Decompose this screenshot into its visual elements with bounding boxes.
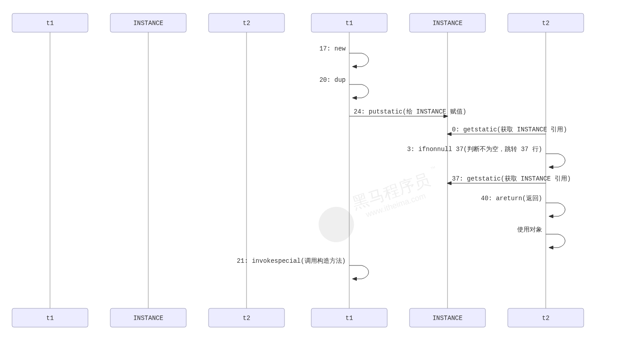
participant-top-label-p4: INSTANCE (432, 20, 462, 27)
message-label-5: 37: getstatic(获取 INSTANCE 引用) (452, 175, 571, 182)
participant-top-p2: t2 (209, 13, 284, 32)
participant-bot-p2: t2 (209, 308, 284, 327)
message-2: 24: putstatic(给 INSTANCE 赋值) (349, 108, 466, 116)
participant-bot-label-p3: t1 (346, 315, 353, 322)
participant-bot-label-p4: INSTANCE (432, 315, 462, 322)
message-5: 37: getstatic(获取 INSTANCE 引用) (447, 175, 571, 183)
sequence-diagram: 黑马程序员™www.itheima.com 17: new20: dup24: … (0, 0, 644, 345)
watermark-tm: ™ (430, 165, 437, 172)
watermark-icon (315, 203, 358, 246)
participant-top-p5: t2 (508, 13, 584, 32)
message-label-0: 17: new (319, 45, 346, 52)
participant-top-label-p2: t2 (243, 20, 251, 27)
participant-bot-p0: t1 (12, 308, 88, 327)
participant-bot-p3: t1 (311, 308, 387, 327)
message-label-4: 3: ifnonnull 37(判断不为空，跳转 37 行) (407, 146, 542, 153)
participant-bot-p4: INSTANCE (410, 308, 485, 327)
self-loop-arrow-4 (546, 154, 565, 167)
self-loop-arrow-8 (349, 265, 368, 279)
message-label-6: 40: areturn(返回) (481, 195, 542, 202)
participant-top-label-p0: t1 (46, 20, 54, 27)
participant-top-label-p1: INSTANCE (133, 20, 163, 27)
self-loop-arrow-0 (349, 53, 368, 67)
watermark: 黑马程序员™www.itheima.com (312, 165, 448, 246)
message-1: 20: dup (319, 76, 368, 98)
message-4: 3: ifnonnull 37(判断不为空，跳转 37 行) (407, 146, 565, 167)
message-label-3: 0: getstatic(获取 INSTANCE 引用) (452, 126, 567, 133)
participant-top-label-p3: t1 (346, 20, 353, 27)
message-6: 40: areturn(返回) (481, 195, 565, 216)
participant-top-p0: t1 (12, 13, 88, 32)
message-label-7: 使用对象 (517, 226, 542, 233)
self-loop-arrow-1 (349, 84, 368, 98)
self-loop-arrow-6 (546, 203, 565, 216)
message-8: 21: invokespecial(调用构造方法) (237, 257, 368, 279)
participant-bot-label-p2: t2 (243, 315, 251, 322)
participant-top-p4: INSTANCE (410, 13, 485, 32)
self-loop-arrow-7 (546, 234, 565, 248)
message-label-8: 21: invokespecial(调用构造方法) (237, 257, 346, 265)
message-label-2: 24: putstatic(给 INSTANCE 赋值) (354, 108, 466, 115)
message-7: 使用对象 (517, 226, 565, 248)
participant-bot-label-p0: t1 (46, 315, 54, 322)
participant-bot-p1: INSTANCE (110, 308, 186, 327)
participant-top-label-p5: t2 (542, 20, 550, 27)
participant-top-p3: t1 (311, 13, 387, 32)
participant-top-p1: INSTANCE (110, 13, 186, 32)
participant-bot-p5: t2 (508, 308, 584, 327)
message-3: 0: getstatic(获取 INSTANCE 引用) (447, 126, 567, 134)
participant-bot-label-p1: INSTANCE (133, 315, 163, 322)
participant-bot-label-p5: t2 (542, 315, 550, 322)
message-label-1: 20: dup (319, 76, 346, 84)
message-0: 17: new (319, 45, 368, 67)
